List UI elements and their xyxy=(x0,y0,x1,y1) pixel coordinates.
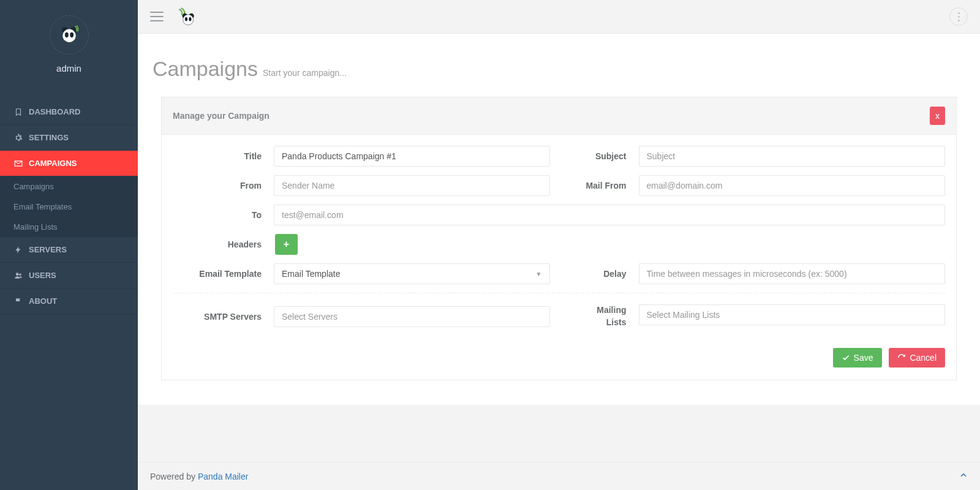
mailfrom-input[interactable] xyxy=(639,175,946,196)
from-input[interactable] xyxy=(274,175,550,196)
to-label: To xyxy=(173,210,274,220)
content: Campaigns Start your campaign... Manage … xyxy=(138,34,980,405)
mailinglists-label: Mailing Lists xyxy=(568,304,639,328)
smtp-input[interactable] xyxy=(274,306,550,327)
sidebar: admin DASHBOARD SETTINGS CAMPAIGNS Campa… xyxy=(0,0,138,490)
panel-title: Manage your Campaign xyxy=(173,111,270,121)
gear-icon xyxy=(13,133,23,142)
title-label: Title xyxy=(173,151,274,161)
divider xyxy=(173,293,945,293)
smtp-label: SMTP Servers xyxy=(173,312,274,322)
svg-point-2 xyxy=(62,29,75,42)
footer: Powered by Panda Mailer xyxy=(138,462,980,490)
add-header-button[interactable]: + xyxy=(275,234,298,255)
username: admin xyxy=(0,63,138,74)
save-button[interactable]: Save xyxy=(833,348,882,368)
footer-text: Powered by xyxy=(150,472,195,481)
chevron-down-icon: ▼ xyxy=(536,271,542,277)
footer-link[interactable]: Panda Mailer xyxy=(198,472,249,481)
page-title: Campaigns xyxy=(153,57,258,81)
avatar xyxy=(50,15,89,55)
subnav-mailing-lists[interactable]: Mailing Lists xyxy=(0,217,138,237)
nav-dashboard[interactable]: DASHBOARD xyxy=(0,99,138,125)
profile-section: admin xyxy=(0,0,138,85)
main: Campaigns Start your campaign... Manage … xyxy=(138,0,980,490)
nav-label: CAMPAIGNS xyxy=(29,159,77,168)
nav-label: SETTINGS xyxy=(29,133,69,142)
plus-icon: + xyxy=(284,239,289,249)
svg-point-4 xyxy=(70,32,74,37)
bookmark-icon xyxy=(13,107,23,116)
nav-label: SERVERS xyxy=(29,245,67,254)
subnav-email-templates[interactable]: Email Templates xyxy=(0,197,138,217)
from-label: From xyxy=(173,181,274,190)
nav-settings[interactable]: SETTINGS xyxy=(0,125,138,151)
svg-point-5 xyxy=(15,273,18,276)
subject-input[interactable] xyxy=(639,146,946,167)
nav-label: ABOUT xyxy=(29,296,57,306)
mailinglists-input[interactable] xyxy=(639,304,946,325)
scroll-top-button[interactable] xyxy=(959,471,968,481)
mailfrom-label: Mail From xyxy=(568,181,639,190)
panel-body: Title Subject From Mail From xyxy=(162,135,956,348)
svg-point-11 xyxy=(189,17,191,21)
panel-actions: Save Cancel xyxy=(162,348,956,380)
envelope-icon xyxy=(13,159,23,168)
panel-header: Manage your Campaign x xyxy=(162,97,956,135)
emailtpl-selected: Email Template xyxy=(282,269,340,279)
topbar xyxy=(138,0,980,34)
users-icon xyxy=(13,271,23,280)
page-header: Campaigns Start your campaign... xyxy=(153,57,965,81)
nav-servers[interactable]: SERVERS xyxy=(0,237,138,263)
svg-point-9 xyxy=(183,15,194,25)
cancel-label: Cancel xyxy=(910,353,937,363)
panda-logo-icon xyxy=(58,23,81,47)
nav-about[interactable]: ABOUT xyxy=(0,288,138,314)
emailtpl-select[interactable]: Email Template ▼ xyxy=(274,263,550,284)
to-input[interactable] xyxy=(274,205,945,225)
nav: DASHBOARD SETTINGS CAMPAIGNS Campaigns E… xyxy=(0,99,138,314)
check-icon xyxy=(842,353,850,362)
svg-point-10 xyxy=(185,17,187,21)
save-label: Save xyxy=(854,353,873,363)
title-input[interactable] xyxy=(274,146,550,167)
subject-label: Subject xyxy=(568,151,639,161)
bolt-icon xyxy=(13,245,23,254)
brand-logo xyxy=(176,6,197,27)
subnav-campaigns[interactable]: Campaigns xyxy=(0,176,138,197)
emailtpl-label: Email Template xyxy=(173,269,274,279)
cancel-button[interactable]: Cancel xyxy=(889,348,945,368)
headers-label: Headers xyxy=(173,239,274,249)
chevron-up-icon xyxy=(959,471,968,480)
campaign-panel: Manage your Campaign x Title Subject xyxy=(161,97,957,380)
svg-point-6 xyxy=(19,273,21,276)
delay-input[interactable] xyxy=(639,263,946,284)
nav-campaigns[interactable]: CAMPAIGNS xyxy=(0,151,138,176)
svg-point-3 xyxy=(64,32,68,37)
nav-campaigns-subitems: Campaigns Email Templates Mailing Lists xyxy=(0,176,138,237)
more-menu-button[interactable] xyxy=(949,7,968,26)
menu-toggle-button[interactable] xyxy=(150,12,164,21)
nav-label: DASHBOARD xyxy=(29,107,81,116)
refresh-icon xyxy=(897,353,906,362)
page-subtitle: Start your campaign... xyxy=(263,68,347,78)
flag-icon xyxy=(13,296,23,306)
panda-logo-icon xyxy=(176,6,197,27)
panel-close-button[interactable]: x xyxy=(930,107,945,125)
delay-label: Delay xyxy=(568,269,639,279)
nav-users[interactable]: USERS xyxy=(0,263,138,288)
nav-label: USERS xyxy=(29,271,56,280)
